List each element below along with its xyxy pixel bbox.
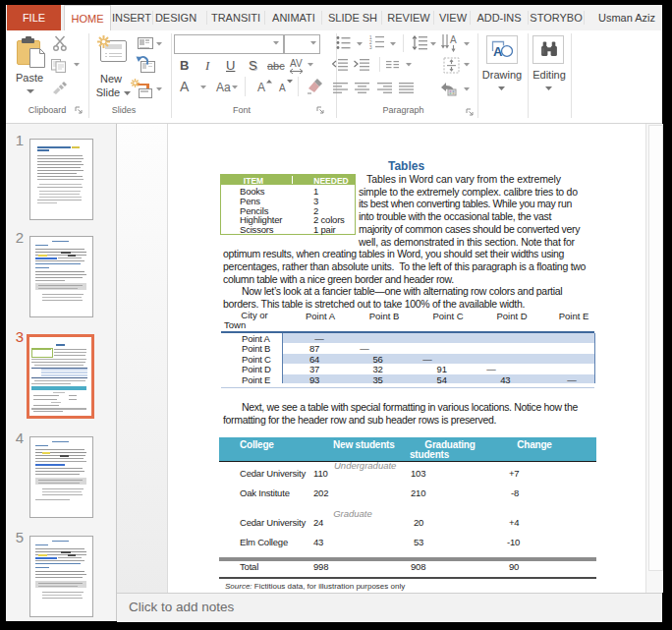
svg-text:3: 3 [369,45,372,50]
svg-text:A: A [493,44,503,58]
svg-text:A: A [450,34,457,45]
